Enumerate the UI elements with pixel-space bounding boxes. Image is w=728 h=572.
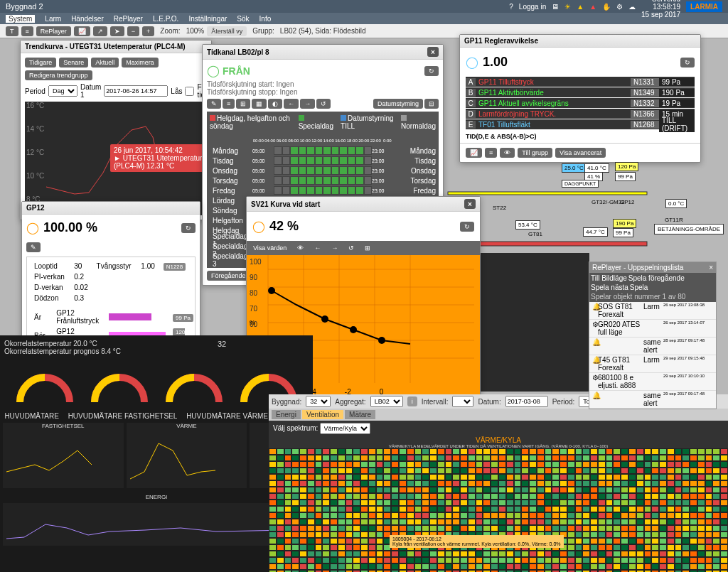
chart-icon[interactable]: 📈 [74,26,90,36]
tool-icon[interactable]: → [300,99,315,109]
tool-icon[interactable]: ≡ [223,99,235,109]
info-icon[interactable]: i [407,396,417,406]
nav-icon[interactable]: ↗ [93,26,107,36]
foregaende-button[interactable]: Föregående [207,271,250,281]
zoom-out-icon[interactable]: − [127,26,139,36]
list-item[interactable]: ⚙GR020 ATES full läge26 sep 2017 13:14:0… [589,320,716,338]
spectrum-datum-input[interactable] [505,396,548,407]
close-icon[interactable]: × [709,264,713,271]
list-icon[interactable]: ≡ [485,148,497,158]
tab-ventilation[interactable]: Ventilation [302,410,343,419]
menu-installningar[interactable]: Inställningar [188,15,227,23]
sensor: 25.0 °C [562,163,587,173]
nav-icon[interactable]: ↺ [344,243,358,253]
tool-icon[interactable]: ◐ [268,99,282,109]
trend-aktuell-button[interactable]: Aktuell [91,58,119,68]
tool-icon[interactable]: ← [284,99,299,109]
energi-chart[interactable] [3,503,310,546]
status-icon: ◯ [252,220,265,233]
las-checkbox[interactable] [185,87,194,96]
list-btn[interactable]: Spela nästa [591,284,628,291]
replayer-button[interactable]: RePlayer [36,26,71,36]
reload-icon[interactable]: ↻ [460,222,474,232]
tree-icon[interactable]: T [6,26,18,36]
menu-handelser[interactable]: Händelser [71,15,104,23]
trend-maximera-button[interactable]: Maximera [122,58,159,68]
arrow-icon[interactable]: ➤ [110,26,124,36]
trend-senare-button[interactable]: Senare [59,58,88,68]
list-icon[interactable]: ≡ [21,26,33,36]
close-icon[interactable]: × [464,199,476,209]
gp12-header: GP12 [22,202,200,215]
chart-varme[interactable]: VÄRME [127,423,247,488]
regler-title: GP11 Regleravvikelse [464,37,538,45]
reload-icon[interactable]: ↻ [181,223,196,233]
help-icon[interactable]: ? [509,3,513,11]
tool-icon[interactable]: ✎ [207,99,221,109]
reset-view-button[interactable]: Återställ vy [207,26,247,36]
period-select[interactable]: Dag [48,85,77,97]
tool-icon[interactable]: ⊟ [424,99,439,109]
cloud-icon[interactable]: ☁ [628,3,636,11]
tool-icon[interactable]: ⊞ [236,99,250,109]
eye-icon[interactable]: 👁 [500,148,515,158]
byggnad-select[interactable]: 32 [306,396,331,407]
spektrum-select[interactable]: Värme/Kyla [320,423,370,434]
intervall-select[interactable] [452,396,473,407]
datumstyrning-button[interactable]: Datumstyrning [373,99,423,109]
datum-input[interactable] [104,85,168,97]
tool-icon[interactable]: ▦ [252,99,267,109]
reload-icon[interactable]: ↻ [680,58,695,68]
zoom-in-icon[interactable]: + [142,26,154,36]
nav-icon[interactable]: ⊞ [360,243,375,253]
menu-system[interactable]: System [6,15,35,23]
list-item[interactable]: 🔔SOS GT81 ForexaltLarm26 sep 2017 13:08:… [589,302,716,320]
login-link[interactable]: Logga in [519,3,546,11]
list-btn[interactable]: Till Bildläge [591,274,627,282]
nav-icon[interactable]: → [327,243,342,253]
menu-lepo[interactable]: L.E.P.O. [153,15,179,23]
close-icon[interactable]: × [427,47,439,57]
monitor-icon[interactable]: 🖥 [552,3,559,11]
spectrum-heatmap[interactable] [269,448,728,572]
aggregat-select[interactable]: LB02 [370,396,403,407]
visa-varden-button[interactable]: Visa värden [249,243,291,253]
nav-icon[interactable]: ← [310,243,325,253]
svg-point-14 [321,315,328,323]
list-item[interactable]: 🔔T45 GT81 ForexaltLarm29 sep 2017 09:15:… [589,355,716,373]
eye-icon[interactable]: 👁 [293,243,308,253]
tool-icon[interactable]: ↺ [316,99,331,109]
tab-matare[interactable]: Mätare [345,410,375,419]
trend-chart[interactable]: 16 °C 14 °C 12 °C 10 °C 8 °C 26 jun 2017… [25,102,207,215]
menu-sok[interactable]: Sök [237,15,249,23]
menu-info[interactable]: Info [259,15,272,23]
gp12-value: 100.00 % [39,216,102,239]
chart-icon[interactable]: 📈 [466,148,482,158]
reload-icon[interactable]: ↻ [424,66,439,76]
regler-header: GP11 Regleravvikelse [460,35,700,48]
trend-tidigare-button[interactable]: Tidigare [25,58,56,68]
tidkanal-header: Tidkanal LB02/pl 8 × [203,45,443,60]
alert-icon[interactable]: ▲ [589,3,596,11]
list-btn[interactable]: Spela [630,284,648,291]
edit-icon[interactable]: ✎ [26,242,41,252]
visa-avancerat-button[interactable]: Visa avancerat [555,148,606,158]
regler-panel: GP11 Regleravvikelse ◯ 1.00 ↻ AGP11 Till… [459,34,701,163]
period-label: Period: [552,398,575,406]
status-icon: ◯ [26,221,39,234]
menu-larm[interactable]: Larm [45,15,61,23]
trend-redigera-button[interactable]: Redigera trendgrupp [25,70,92,80]
list-item[interactable]: ⚙680100 8 e eljusti. a88829 sep 2017 10:… [589,373,716,391]
server-time: 13:58:19 [641,3,680,11]
till-grupp-button[interactable]: Till grupp [518,148,552,158]
list-item[interactable]: 🔔same alert29 sep 2017 09:17:48 [589,391,716,409]
menu-replayer[interactable]: RePlayer [114,15,143,23]
warning-icon[interactable]: ▲ [577,3,584,11]
list-btn[interactable]: Spela föregående [628,274,685,282]
cog-icon[interactable]: ⚙ [616,3,623,11]
list-item[interactable]: 🔔same alert28 sep 2017 09:17:48 [589,338,716,355]
chart-fastighetsel[interactable]: FASTIGHETSEL [3,423,124,488]
svg-point-16 [378,337,385,344]
hand-icon[interactable]: ✋ [602,3,611,11]
tab-energi[interactable]: Energi [272,410,301,419]
